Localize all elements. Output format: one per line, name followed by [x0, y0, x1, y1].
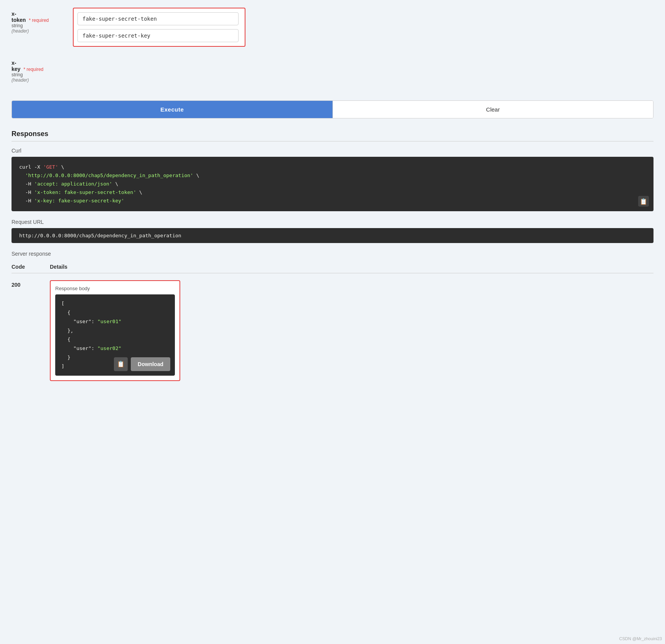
response-json-obj2-close: } [61, 355, 70, 360]
curl-method: curl -X 'GET' \ [19, 164, 64, 170]
execute-clear-section: Execute Clear [12, 100, 653, 118]
key-param-name: x-key [12, 60, 20, 72]
responses-title: Responses [12, 130, 653, 141]
response-json-open-bracket: [ [61, 301, 64, 306]
response-json-obj1-close: }, [61, 328, 73, 334]
request-url-block: http://0.0.0.0:8000/chap5/dependency_in_… [12, 228, 653, 243]
response-body-title: Response body [55, 286, 175, 291]
token-param-label: x-token * required string (header) [12, 8, 73, 34]
token-required-badge: * required [29, 18, 49, 23]
download-button[interactable]: Download [131, 357, 170, 371]
code-col-header: Code [12, 264, 50, 270]
response-json-obj2-open: { [61, 337, 70, 342]
curl-url: 'http://0.0.0.0:8000/chap5/dependency_in… [19, 172, 199, 178]
details-col-header: Details [50, 264, 67, 270]
response-row: 200 Response body [ { "user": "user01" }… [12, 277, 653, 387]
server-response-label: Server response [12, 251, 653, 257]
request-url-label: Request URL [12, 219, 653, 225]
server-response-section: Server response Code Details 200 Respons… [12, 251, 653, 387]
execute-button[interactable]: Execute [12, 101, 332, 118]
response-body-content: [ { "user": "user01" }, { "user": "user0… [55, 294, 175, 375]
params-section: x-token * required string (header) x-key… [12, 8, 653, 89]
response-details-area: Response body [ { "user": "user01" }, { … [50, 280, 653, 384]
responses-section: Responses Curl curl -X 'GET' \ 'http://0… [12, 130, 653, 387]
curl-h1: -H 'accept: application/json' \ [19, 181, 118, 187]
token-param-name: x-token [12, 11, 26, 23]
response-json-close-bracket: ] [61, 363, 64, 369]
request-url-section: Request URL http://0.0.0.0:8000/chap5/de… [12, 219, 653, 243]
response-copy-button[interactable]: 📋 [114, 357, 128, 371]
response-json-user2: "user": "user02" [61, 345, 122, 351]
response-json-obj1-open: { [61, 310, 70, 315]
token-param-row: x-token * required string (header) [12, 8, 653, 47]
key-required-badge: * required [23, 67, 43, 72]
token-input[interactable] [77, 12, 239, 25]
clear-button[interactable]: Clear [332, 101, 653, 118]
key-location: (header) [12, 77, 68, 83]
curl-h2: -H 'x-token: fake-super-secret-token' \ [19, 189, 142, 195]
token-input-wrapper [73, 8, 245, 47]
curl-code-block: curl -X 'GET' \ 'http://0.0.0.0:8000/cha… [12, 157, 653, 211]
response-table-header: Code Details [12, 261, 653, 273]
key-type: string [12, 72, 68, 77]
token-type: string [12, 23, 68, 28]
request-url-value: http://0.0.0.0:8000/chap5/dependency_in_… [19, 233, 181, 238]
key-input[interactable] [77, 29, 239, 42]
token-location: (header) [12, 28, 68, 34]
curl-section: Curl curl -X 'GET' \ 'http://0.0.0.0:800… [12, 148, 653, 211]
curl-copy-icon[interactable]: 📋 [638, 196, 649, 207]
key-param-row: x-key * required string (header) [12, 57, 653, 83]
curl-label: Curl [12, 148, 653, 154]
response-body-box: Response body [ { "user": "user01" }, { … [50, 280, 180, 381]
response-status-code: 200 [12, 280, 50, 288]
response-json-user1: "user": "user01" [61, 319, 122, 324]
response-actions: 📋 Download [114, 357, 170, 371]
key-param-label: x-key * required string (header) [12, 57, 73, 83]
curl-h3: -H 'x-key: fake-super-secret-key' [19, 198, 124, 204]
